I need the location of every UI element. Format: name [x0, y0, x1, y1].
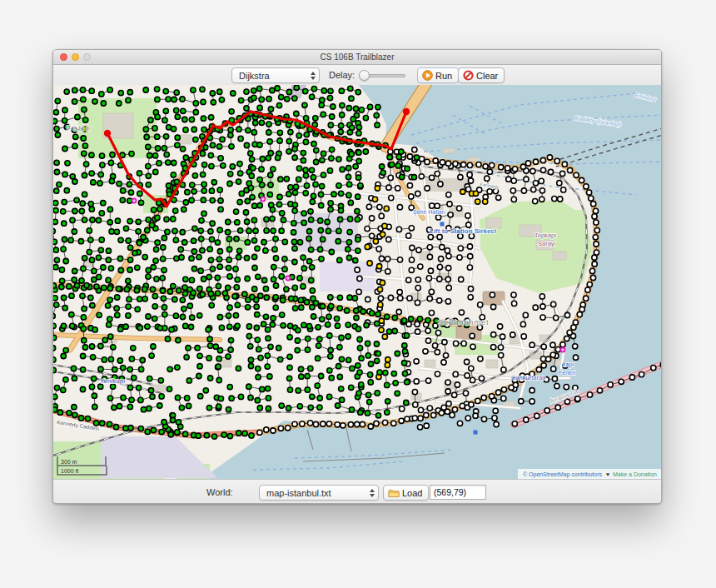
- coordinate-field[interactable]: [430, 485, 486, 500]
- bottom-bar: World: map-istanbul.txt Load: [53, 479, 662, 504]
- slider-knob[interactable]: [359, 70, 370, 81]
- scale-metric: 300 m: [61, 459, 77, 465]
- map-label: Fatih: [67, 124, 92, 132]
- map-label: Sultanahmet: [438, 318, 490, 326]
- load-button[interactable]: Load: [383, 485, 429, 501]
- load-button-label: Load: [402, 488, 422, 498]
- popup-arrows-icon: [311, 68, 316, 82]
- run-button-label: Run: [435, 71, 452, 81]
- attribution-bar: © OpenStreetMap contributors♥Make a Dona…: [518, 469, 662, 479]
- transit-icon: [474, 431, 478, 435]
- world-select-value: map-istanbul.txt: [266, 488, 331, 498]
- clear-button-label: Clear: [476, 71, 498, 81]
- map-view[interactable]: FatihYenikapıKennedy CaddesiKennedyŞehir…: [53, 85, 662, 479]
- algorithm-select[interactable]: Dijkstra: [231, 67, 320, 83]
- osm-attribution-link[interactable]: © OpenStreetMap contributors: [523, 471, 603, 478]
- world-select[interactable]: map-istanbul.txt: [259, 485, 379, 501]
- algorithm-select-value: Dijkstra: [239, 71, 270, 81]
- map-label: Yenikapı: [100, 377, 125, 385]
- transit-icon: [440, 222, 445, 227]
- delay-label: Delay:: [329, 65, 355, 86]
- app-window: CS 106B Trailblazer Dijkstra Delay: Run: [52, 49, 662, 504]
- clear-button[interactable]: Clear: [458, 67, 505, 83]
- map-label: Lift to Station Sirkeci: [430, 227, 496, 235]
- play-icon: [422, 70, 433, 81]
- map-label: kapı: [563, 361, 574, 368]
- map-label: Sarayı: [538, 240, 556, 247]
- folder-icon: [388, 488, 400, 498]
- popup-arrows-icon: [370, 486, 375, 500]
- start-node: [104, 130, 111, 137]
- end-node: [403, 108, 410, 115]
- map-label: Feneri: [559, 370, 575, 376]
- map-label: Cankurtaran: [511, 374, 545, 381]
- run-button[interactable]: Run: [417, 67, 459, 83]
- title-bar: CS 106B Trailblazer: [53, 50, 661, 65]
- map-label: Şehir Hatları: [413, 209, 445, 216]
- world-label: World:: [206, 480, 233, 504]
- map-canvas[interactable]: FatihYenikapıKennedy CaddesiKennedyŞehir…: [53, 85, 662, 479]
- heart-icon: ♥: [606, 471, 609, 477]
- clear-icon: [463, 70, 474, 81]
- map-label: Topkapı: [535, 232, 556, 239]
- window-title: CS 106B Trailblazer: [53, 50, 661, 64]
- donation-link[interactable]: Make a Donation: [613, 471, 657, 477]
- scale-imperial: 1000 ft: [61, 468, 78, 474]
- delay-slider[interactable]: [359, 67, 405, 83]
- toolbar: Dijkstra Delay: Run Clear: [53, 65, 661, 87]
